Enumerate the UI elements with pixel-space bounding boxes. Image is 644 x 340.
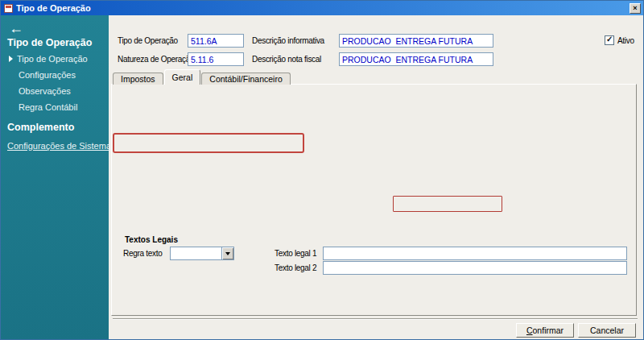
- sidebar-item-label: Regra Contábil: [19, 102, 77, 112]
- descricao-nota-fiscal-label: Descrição nota fiscal: [252, 55, 321, 64]
- sidebar-item-regra-contabil[interactable]: Regra Contábil: [19, 102, 77, 112]
- textos-legais-title: Textos Legais: [122, 235, 181, 244]
- tab-impostos[interactable]: Impostos: [113, 73, 163, 85]
- tipo-operacao-label: Tipo de Operação: [118, 36, 178, 45]
- texto-legal-2-label: Texto legal 2: [275, 263, 316, 272]
- sidebar-link-configuracoes-de-sistema[interactable]: Configurações de Sistema: [7, 141, 111, 151]
- descricao-informativa-label: Descrição informativa: [252, 36, 324, 45]
- tipo-de-operacao-window: Tipo de Operação × ← Tipo de Operação Ti…: [0, 0, 644, 340]
- confirmar-rest: onfirmar: [533, 325, 564, 335]
- descricao-informativa-input[interactable]: [339, 34, 493, 48]
- texto-legal-2-input[interactable]: [323, 261, 627, 275]
- geral-tab-panel: [111, 84, 637, 316]
- descricao-nota-fiscal-input[interactable]: [339, 52, 493, 66]
- back-arrow-icon[interactable]: ←: [9, 20, 23, 37]
- texto-legal-1-label: Texto legal 1: [275, 249, 316, 258]
- tab-contabil-financeiro[interactable]: Contábil/Financeiro: [201, 73, 290, 85]
- regra-texto-value: [171, 247, 221, 259]
- sidebar-item-label: Configurações: [19, 70, 76, 80]
- sidebar: ← Tipo de Operação Tipo de Operação Conf…: [1, 15, 109, 340]
- sidebar-item-tipo-de-operacao[interactable]: Tipo de Operação: [17, 54, 88, 64]
- ativo-label: Ativo: [617, 36, 634, 45]
- regra-texto-label: Regra texto: [123, 249, 162, 258]
- sidebar-item-label: Observações: [19, 86, 71, 96]
- tab-geral[interactable]: Geral: [164, 69, 201, 85]
- sidebar-section-complemento: Complemento: [7, 122, 74, 133]
- texto-legal-1-input[interactable]: [323, 247, 627, 260]
- bottom-divider: [113, 318, 638, 320]
- close-button[interactable]: ×: [630, 3, 641, 14]
- sidebar-item-observacoes[interactable]: Observações: [19, 86, 71, 96]
- ativo-checkbox[interactable]: [605, 35, 614, 45]
- natureza-operacao-label: Natureza de Operação: [118, 55, 194, 64]
- sidebar-item-configuracoes[interactable]: Configurações: [19, 70, 76, 80]
- confirmar-accel: C: [526, 325, 533, 335]
- tab-bar: Impostos Geral Contábil/Financeiro: [113, 71, 291, 85]
- sidebar-title: Tipo de Operação: [7, 37, 92, 48]
- window-title: Tipo de Operação: [16, 3, 91, 13]
- sidebar-item-label: Tipo de Operação: [17, 54, 88, 64]
- tipo-operacao-input[interactable]: [188, 34, 244, 48]
- natureza-operacao-input[interactable]: [188, 52, 244, 66]
- cancelar-button[interactable]: Cancelar: [578, 323, 636, 338]
- regra-texto-select[interactable]: [170, 247, 234, 260]
- confirmar-button[interactable]: Confirmar: [516, 323, 574, 338]
- window-icon: [4, 4, 13, 13]
- chevron-down-icon[interactable]: [221, 247, 233, 259]
- titlebar: Tipo de Operação ×: [1, 1, 643, 15]
- active-item-arrow-icon: [9, 56, 13, 62]
